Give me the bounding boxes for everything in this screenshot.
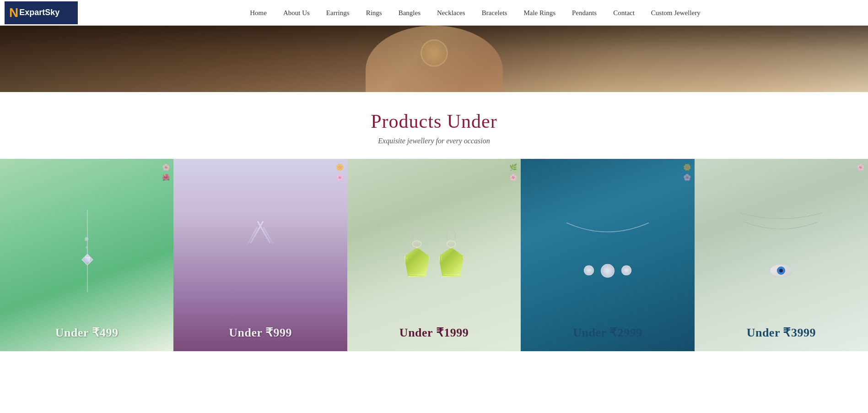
price-label-499: Under ₹499 (0, 326, 173, 340)
section-subtitle: Exquisite jewellery for every occasion (0, 137, 868, 145)
section-title: Products Under (0, 110, 868, 132)
product-card-3999[interactable]: 🌸 (695, 159, 868, 351)
logo-text: ExpartSky (19, 8, 59, 17)
earring-jewelry (404, 228, 464, 277)
flowers-decor-2: 🌼🌸 (336, 163, 344, 183)
nav-about-us[interactable]: About Us (275, 9, 318, 16)
product-card-499[interactable]: 🌸🌺 Under ₹499 (0, 159, 173, 351)
products-section: Products Under Exquisite jewellery for e… (0, 92, 868, 351)
nav-bangles[interactable]: Bangles (390, 9, 429, 16)
necklace-chain-svg (562, 213, 653, 250)
logo[interactable]: N ExpartSky (5, 1, 78, 24)
nav-rings[interactable]: Rings (358, 9, 390, 16)
product-card-2999[interactable]: 🌼🌸 Under ₹2999 (521, 159, 694, 351)
navbar: N ExpartSky Home About Us Earrings Rings… (0, 0, 868, 26)
flowers-decor-1: 🌸🌺 (162, 163, 170, 183)
nav-necklaces[interactable]: Necklaces (429, 9, 474, 16)
nav-links: Home About Us Earrings Rings Bangles Nec… (87, 9, 863, 17)
ring-decoration (421, 39, 448, 67)
nav-earrings[interactable]: Earrings (318, 9, 358, 16)
nav-home[interactable]: Home (242, 9, 275, 16)
nav-custom-jewellery[interactable]: Custom Jewellery (643, 9, 709, 16)
nav-male-rings[interactable]: Male Rings (515, 9, 564, 16)
price-label-3999: Under ₹3999 (695, 326, 868, 340)
product-cards-row: 🌸🌺 Under ₹499 (0, 159, 868, 351)
hero-banner (0, 26, 868, 92)
nav-bracelets[interactable]: Bracelets (474, 9, 516, 16)
product-card-1999[interactable]: 🌿🌸 (347, 159, 521, 351)
ring-v-jewelry (237, 220, 283, 266)
flowers-decor-5: 🌸 (857, 163, 864, 173)
flowers-decor-3: 🌿🌸 (509, 163, 517, 183)
nav-contact[interactable]: Contact (605, 9, 643, 16)
product-card-999[interactable]: 🌼🌸 (173, 159, 347, 351)
flowers-decor-4: 🌼🌸 (683, 163, 691, 183)
price-label-2999: Under ₹2999 (521, 326, 694, 340)
necklace-jewelry (562, 213, 653, 282)
chain-curves-svg (735, 206, 827, 243)
price-label-1999: Under ₹1999 (347, 326, 521, 340)
logo-letter: N (9, 6, 18, 19)
evil-eye-jewelry (735, 206, 827, 288)
bracelet-jewelry (69, 210, 105, 292)
price-label-999: Under ₹999 (173, 326, 347, 340)
nav-pendants[interactable]: Pendants (564, 9, 605, 16)
